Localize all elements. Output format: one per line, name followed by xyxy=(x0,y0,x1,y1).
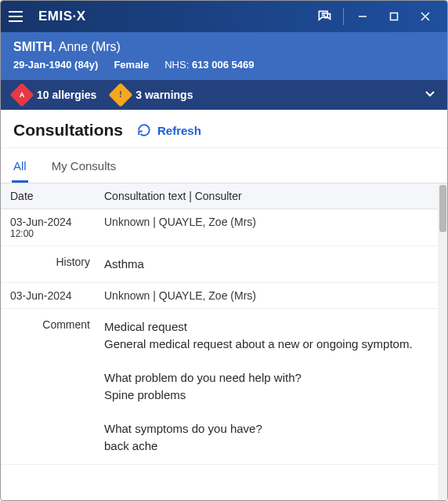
patient-gender: Female xyxy=(114,59,149,71)
warning-icon: ! xyxy=(109,82,133,107)
patient-banner: SMITH, Anne (Mrs) 29-Jan-1940 (84y) Fema… xyxy=(1,32,447,80)
titlebar: EMIS·X xyxy=(1,1,447,32)
table-header: Date Consultation text | Consulter xyxy=(1,183,447,209)
svg-text:A: A xyxy=(20,91,25,99)
table-row[interactable]: 03-Jun-2024 12:00 Unknown | QUAYLE, Zoe … xyxy=(1,209,447,246)
allergy-icon: A xyxy=(9,82,34,107)
alerts-bar[interactable]: A 10 allergies ! 3 warnings xyxy=(1,80,447,110)
page-header: Consultations Refresh xyxy=(1,110,447,148)
scrollbar-thumb[interactable] xyxy=(439,185,446,232)
chat-icon[interactable] xyxy=(309,1,340,32)
header-date: Date xyxy=(10,190,104,202)
detail-content: Asthma xyxy=(104,256,438,273)
maximize-button[interactable] xyxy=(378,1,410,32)
row-time: 12:00 xyxy=(10,228,104,239)
detail-content: Medical request General medical request … xyxy=(104,318,438,455)
row-main: Unknown | QUAYLE, Zoe (Mrs) xyxy=(104,216,438,239)
row-date: 03-Jun-2024 xyxy=(10,216,104,228)
table-detail: History Asthma xyxy=(1,246,447,283)
app-logo: EMIS·X xyxy=(38,9,86,24)
page-title: Consultations xyxy=(13,121,123,140)
row-date: 03-Jun-2024 xyxy=(10,289,104,302)
patient-nhs: NHS: 613 006 5469 xyxy=(164,59,254,71)
tabs: All My Consults xyxy=(1,148,447,183)
chevron-down-icon[interactable] xyxy=(424,87,436,103)
hamburger-menu[interactable] xyxy=(9,7,27,26)
consultations-table: Date Consultation text | Consulter 03-Ju… xyxy=(1,183,447,500)
table-detail: Comment Medical request General medical … xyxy=(1,309,447,465)
refresh-button[interactable]: Refresh xyxy=(137,123,201,137)
header-main: Consultation text | Consulter xyxy=(104,190,438,202)
detail-label: Comment xyxy=(10,318,104,331)
detail-label: History xyxy=(10,256,104,268)
table-row[interactable]: 03-Jun-2024 Unknown | QUAYLE, Zoe (Mrs) xyxy=(1,283,447,309)
patient-dob: 29-Jan-1940 (84y) xyxy=(13,59,98,71)
scrollbar[interactable] xyxy=(438,183,447,500)
minimize-button[interactable] xyxy=(347,1,378,32)
tab-my-consults[interactable]: My Consults xyxy=(50,154,118,183)
warnings-alert[interactable]: ! 3 warnings xyxy=(112,86,193,103)
tab-all[interactable]: All xyxy=(12,154,28,183)
svg-rect-1 xyxy=(391,13,398,20)
svg-text:!: ! xyxy=(120,90,122,99)
allergies-alert[interactable]: A 10 allergies xyxy=(13,86,96,103)
patient-name: SMITH, Anne (Mrs) xyxy=(13,40,435,54)
close-button[interactable] xyxy=(410,1,441,32)
row-main: Unknown | QUAYLE, Zoe (Mrs) xyxy=(104,289,438,302)
